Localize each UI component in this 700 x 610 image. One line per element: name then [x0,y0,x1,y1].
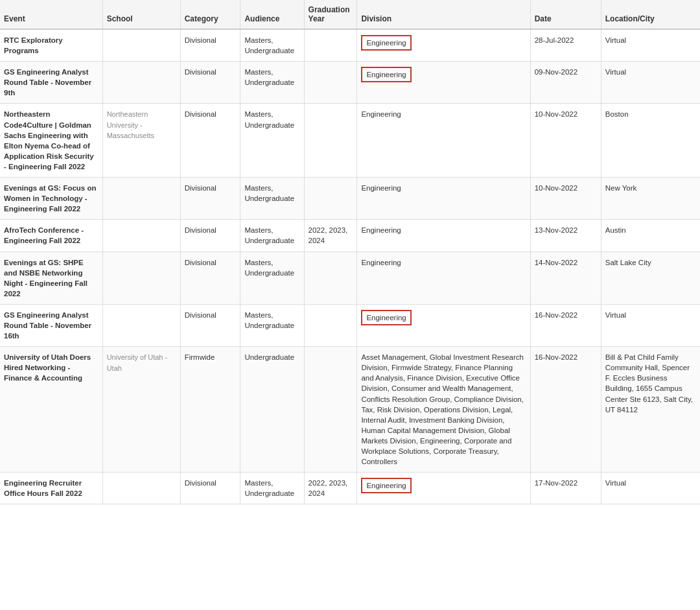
table-row: RTC Exploratory ProgramsDivisionalMaster… [0,29,700,62]
cell-division: Engineering [357,252,530,304]
col-header-date: Date [530,0,601,29]
cell-audience: Masters, Undergraduate [240,304,304,346]
cell-division: Engineering [357,220,530,252]
cell-event: AfroTech Conference - Engineering Fall 2… [0,220,102,252]
cell-school: University of Utah - Utah [102,347,180,473]
cell-school [102,62,180,104]
cell-event: Northeastern Code4Culture | Goldman Sach… [0,104,102,178]
cell-gradyear [304,62,357,104]
cell-gradyear [304,304,357,346]
division-plain: Engineering [361,259,401,266]
cell-gradyear [304,178,357,220]
col-header-division: Division [357,0,530,29]
division-plain: Engineering [361,110,401,118]
cell-category: Divisional [180,62,240,104]
cell-school [102,473,180,504]
school-name: University of Utah - Utah [107,353,168,371]
cell-location: Boston [601,104,700,178]
cell-location: Virtual [601,304,700,346]
cell-event: Evenings at GS: SHPE and NSBE Networking… [0,252,102,304]
cell-division: Engineering [357,178,530,220]
cell-category: Divisional [180,473,240,504]
division-plain: Engineering [361,226,401,234]
events-table: Event School Category Audience Graduatio… [0,0,700,504]
cell-location: New York [601,178,700,220]
cell-school [102,252,180,304]
cell-division: Asset Management, Global Investment Rese… [357,347,530,473]
cell-date: 10-Nov-2022 [530,178,601,220]
school-name: Northeastern University - Massachusetts [107,110,154,139]
cell-gradyear: 2022, 2023, 2024 [304,473,357,504]
cell-date: 16-Nov-2022 [530,304,601,346]
table-row: Northeastern Code4Culture | Goldman Sach… [0,104,700,178]
table-row: GS Engineering Analyst Round Table - Nov… [0,62,700,104]
cell-audience: Masters, Undergraduate [240,252,304,304]
cell-event: GS Engineering Analyst Round Table - Nov… [0,62,102,104]
cell-audience: Undergraduate [240,347,304,473]
cell-category: Divisional [180,178,240,220]
cell-audience: Masters, Undergraduate [240,62,304,104]
cell-category: Divisional [180,29,240,62]
cell-event: GS Engineering Analyst Round Table - Nov… [0,304,102,346]
cell-audience: Masters, Undergraduate [240,178,304,220]
cell-school [102,304,180,346]
col-header-location: Location/City [601,0,700,29]
cell-event: Engineering Recruiter Office Hours Fall … [0,473,102,504]
cell-gradyear [304,29,357,62]
cell-location: Austin [601,220,700,252]
col-header-gradyear: Graduation Year [304,0,357,29]
cell-date: 10-Nov-2022 [530,104,601,178]
col-header-school: School [102,0,180,29]
cell-date: 09-Nov-2022 [530,62,601,104]
table-row: Evenings at GS: Focus on Women in Techno… [0,178,700,220]
cell-division: Engineering [357,304,530,346]
cell-location: Salt Lake City [601,252,700,304]
cell-date: 14-Nov-2022 [530,252,601,304]
cell-date: 13-Nov-2022 [530,220,601,252]
cell-category: Divisional [180,104,240,178]
col-header-audience: Audience [240,0,304,29]
cell-gradyear [304,252,357,304]
event-name: Evenings at GS: SHPE and NSBE Networking… [4,259,88,298]
event-name: GS Engineering Analyst Round Table - Nov… [4,68,91,97]
division-plain: Engineering [361,184,401,192]
cell-division: Engineering [357,62,530,104]
event-name: Engineering Recruiter Office Hours Fall … [4,479,82,497]
cell-location: Bill & Pat Child Family Community Hall, … [601,347,700,473]
table-row: Evenings at GS: SHPE and NSBE Networking… [0,252,700,304]
cell-division: Engineering [357,29,530,62]
cell-school [102,29,180,62]
event-name: Evenings at GS: Focus on Women in Techno… [4,184,97,213]
cell-location: Virtual [601,29,700,62]
cell-audience: Masters, Undergraduate [240,104,304,178]
cell-event: Evenings at GS: Focus on Women in Techno… [0,178,102,220]
cell-date: 28-Jul-2022 [530,29,601,62]
cell-gradyear: 2022, 2023, 2024 [304,220,357,252]
cell-division: Engineering [357,473,530,504]
table-row: Engineering Recruiter Office Hours Fall … [0,473,700,504]
table-row: University of Utah Doers Hired Networkin… [0,347,700,473]
cell-gradyear [304,104,357,178]
cell-category: Divisional [180,304,240,346]
table-row: GS Engineering Analyst Round Table - Nov… [0,304,700,346]
division-boxed: Engineering [361,478,411,493]
col-header-event: Event [0,0,102,29]
cell-division: Engineering [357,104,530,178]
cell-event: University of Utah Doers Hired Networkin… [0,347,102,473]
cell-category: Divisional [180,252,240,304]
cell-event: RTC Exploratory Programs [0,29,102,62]
event-name: RTC Exploratory Programs [4,36,63,54]
cell-audience: Masters, Undergraduate [240,29,304,62]
event-name: Northeastern Code4Culture | Goldman Sach… [4,110,94,170]
cell-category: Firmwide [180,347,240,473]
cell-school [102,178,180,220]
event-name: University of Utah Doers Hired Networkin… [4,353,91,382]
cell-location: Virtual [601,62,700,104]
cell-audience: Masters, Undergraduate [240,220,304,252]
events-table-container: Event School Category Audience Graduatio… [0,0,700,504]
division-boxed: Engineering [361,35,411,51]
division-boxed: Engineering [361,310,411,325]
cell-gradyear [304,347,357,473]
table-header-row: Event School Category Audience Graduatio… [0,0,700,29]
division-boxed: Engineering [361,67,411,82]
